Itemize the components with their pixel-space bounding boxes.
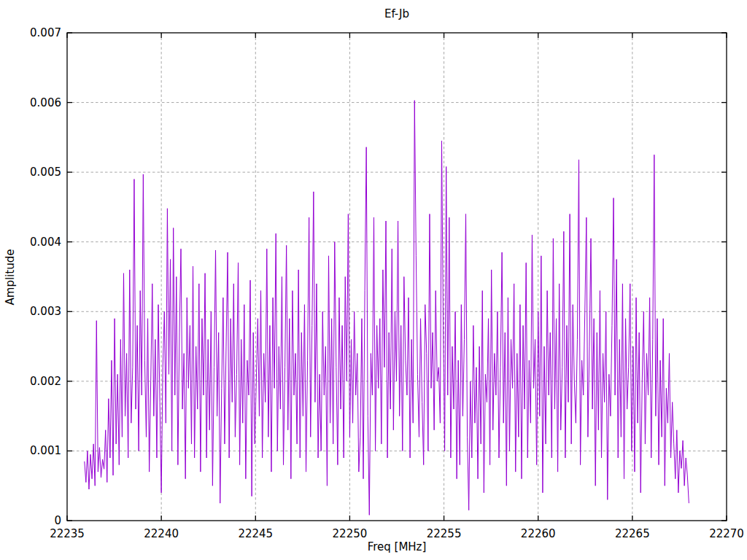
x-tick-label: 22245 <box>238 527 273 540</box>
x-tick-label: 22260 <box>521 527 556 540</box>
y-tick-label: 0.006 <box>30 96 61 109</box>
y-tick-label: 0.007 <box>30 26 61 39</box>
plot-canvas: 2223522240222452225022255222602226522270… <box>0 0 747 560</box>
x-tick-label: 22270 <box>709 527 744 540</box>
x-tick-label: 22265 <box>615 527 650 540</box>
x-tick-label: 22235 <box>50 527 85 540</box>
plot-border <box>67 33 727 521</box>
y-tick-label: 0.001 <box>30 444 61 457</box>
y-tick-label: 0.002 <box>30 375 61 388</box>
x-tick-label: 22250 <box>333 527 368 540</box>
y-tick-label: 0.003 <box>30 305 61 318</box>
data-series-line <box>85 101 689 516</box>
y-tick-label: 0.005 <box>30 166 61 179</box>
y-tick-label: 0.004 <box>30 236 61 249</box>
y-tick-label: 0 <box>54 514 61 527</box>
plot-page: Ef-Jb Amplitude Freq [MHz] 2223522240222… <box>0 0 747 560</box>
x-tick-label: 22255 <box>427 527 462 540</box>
x-tick-label: 22240 <box>144 527 179 540</box>
